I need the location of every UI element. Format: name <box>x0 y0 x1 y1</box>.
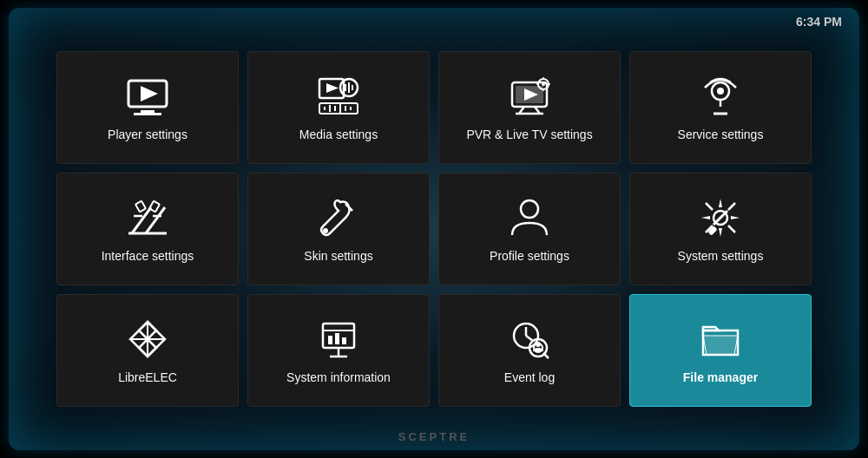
svg-point-24 <box>542 82 545 86</box>
interface-icon <box>125 195 170 240</box>
player-settings-label: Player settings <box>101 128 194 141</box>
grid-item-event-log[interactable]: Event log <box>438 294 621 407</box>
grid-item-libreelec[interactable]: LibreELEC <box>56 294 239 407</box>
profile-icon <box>507 195 552 240</box>
service-icon <box>698 74 743 119</box>
grid-item-profile-settings[interactable]: Profile settings <box>438 173 621 285</box>
skin-icon <box>316 195 361 240</box>
grid-item-player-settings[interactable]: Player settings <box>56 51 239 164</box>
svg-marker-1 <box>141 86 158 101</box>
pvr-icon <box>507 74 552 119</box>
eventlog-icon <box>507 317 552 362</box>
event-log-label: Event log <box>497 370 562 384</box>
grid-item-file-manager[interactable]: File manager <box>629 294 812 407</box>
svg-point-40 <box>323 228 328 233</box>
svg-point-42 <box>521 200 538 218</box>
grid-item-skin-settings[interactable]: Skin settings <box>247 173 430 285</box>
svg-point-64 <box>536 342 541 347</box>
libreelec-icon <box>125 317 170 362</box>
service-settings-label: Service settings <box>671 128 771 141</box>
svg-rect-2 <box>141 110 155 113</box>
svg-rect-56 <box>335 333 339 344</box>
brand-label: SCEPTRE <box>398 430 470 443</box>
system-information-label: System information <box>279 370 398 384</box>
file-manager-label: File manager <box>676 370 765 384</box>
svg-rect-45 <box>707 226 717 235</box>
interface-settings-label: Interface settings <box>95 249 201 263</box>
tv-frame: 6:34 PM Player settings <box>9 8 859 450</box>
svg-rect-55 <box>328 336 332 344</box>
settings-grid: Player settings Media settings <box>39 34 829 424</box>
grid-item-pvr-settings[interactable]: PVR & Live TV settings <box>438 51 621 164</box>
svg-marker-5 <box>326 83 339 93</box>
sysinfo-icon <box>316 317 361 362</box>
time-display: 6:34 PM <box>796 15 842 29</box>
libreelec-label: LibreELEC <box>111 370 184 384</box>
svg-line-63 <box>543 353 549 358</box>
system-icon <box>698 195 743 240</box>
profile-settings-label: Profile settings <box>483 249 576 263</box>
filemanager-icon <box>698 317 743 362</box>
svg-rect-3 <box>134 113 161 115</box>
media-icon <box>316 74 361 119</box>
grid-item-service-settings[interactable]: Service settings <box>629 51 812 164</box>
skin-settings-label: Skin settings <box>297 249 379 263</box>
svg-rect-57 <box>342 337 346 344</box>
grid-item-interface-settings[interactable]: Interface settings <box>56 173 239 285</box>
svg-rect-36 <box>149 201 160 213</box>
svg-point-30 <box>717 88 724 95</box>
system-settings-label: System settings <box>671 249 771 263</box>
pvr-settings-label: PVR & Live TV settings <box>459 128 599 141</box>
grid-item-system-settings[interactable]: System settings <box>629 173 812 285</box>
svg-rect-35 <box>135 201 146 213</box>
svg-line-60 <box>526 336 533 341</box>
grid-item-media-settings[interactable]: Media settings <box>247 51 430 164</box>
media-settings-label: Media settings <box>293 128 385 141</box>
player-icon <box>125 74 170 119</box>
grid-item-system-information[interactable]: System information <box>247 294 430 407</box>
